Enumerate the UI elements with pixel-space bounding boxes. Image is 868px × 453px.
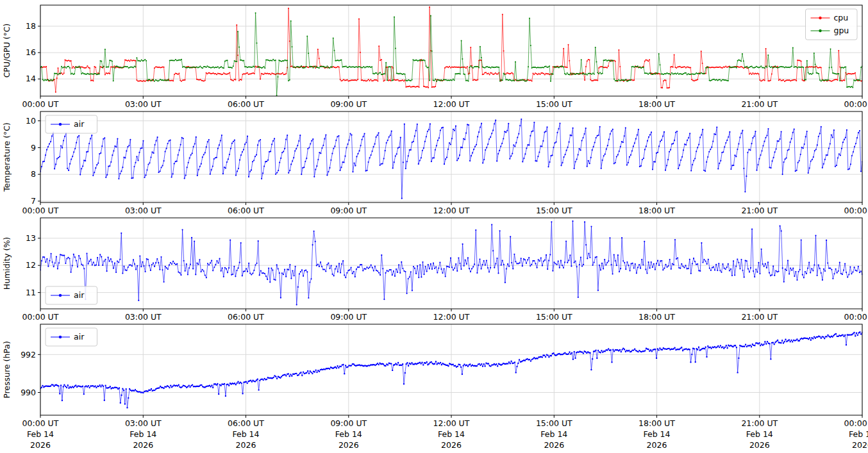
svg-text:12:00 UT: 12:00 UT <box>433 418 470 428</box>
svg-text:2026: 2026 <box>338 440 359 450</box>
svg-text:03:00 UT: 03:00 UT <box>125 206 162 214</box>
svg-text:09:00 UT: 09:00 UT <box>330 418 367 428</box>
svg-text:12: 12 <box>26 260 36 270</box>
cpu-gpu-temperature-chart: 14161800:00 UT03:00 UT06:00 UT09:00 UT12… <box>0 1 868 108</box>
pressure-chart: 99099200:00 UTFeb 14202603:00 UTFeb 1420… <box>0 320 868 452</box>
svg-text:Temperature (°C): Temperature (°C) <box>2 122 12 192</box>
svg-text:10: 10 <box>26 116 36 126</box>
svg-text:00:00 UT: 00:00 UT <box>844 99 868 108</box>
svg-text:Feb 14: Feb 14 <box>438 429 465 439</box>
svg-text:18:00 UT: 18:00 UT <box>638 99 675 108</box>
svg-text:06:00 UT: 06:00 UT <box>228 206 264 214</box>
svg-text:8: 8 <box>31 169 36 179</box>
svg-text:00:00 UT: 00:00 UT <box>22 418 59 428</box>
svg-text:air: air <box>74 119 85 129</box>
svg-text:06:00 UT: 06:00 UT <box>228 99 264 108</box>
svg-text:11: 11 <box>26 288 36 297</box>
svg-text:00:00 UT: 00:00 UT <box>22 312 59 320</box>
svg-text:18: 18 <box>26 21 36 31</box>
svg-text:15:00 UT: 15:00 UT <box>536 206 572 214</box>
svg-text:air: air <box>74 290 85 300</box>
svg-text:14: 14 <box>26 74 36 83</box>
svg-text:2026: 2026 <box>749 440 770 450</box>
svg-text:Feb 14: Feb 14 <box>232 429 259 439</box>
svg-text:Humidity (%): Humidity (%) <box>2 237 12 290</box>
svg-text:03:00 UT: 03:00 UT <box>125 99 162 108</box>
svg-text:2026: 2026 <box>236 440 256 450</box>
svg-text:00:00 UT: 00:00 UT <box>22 99 59 108</box>
svg-text:12:00 UT: 12:00 UT <box>433 206 470 214</box>
svg-text:00:00 UT: 00:00 UT <box>844 312 868 320</box>
svg-text:06:00 UT: 06:00 UT <box>228 418 264 428</box>
svg-text:Feb 14: Feb 14 <box>129 429 156 439</box>
svg-text:15:00 UT: 15:00 UT <box>536 99 572 108</box>
svg-text:03:00 UT: 03:00 UT <box>125 312 162 320</box>
svg-text:21:00 UT: 21:00 UT <box>741 206 778 214</box>
svg-text:Feb 14: Feb 14 <box>746 429 773 439</box>
svg-text:2026: 2026 <box>852 440 868 450</box>
svg-text:Feb 14: Feb 14 <box>27 429 54 439</box>
svg-text:12:00 UT: 12:00 UT <box>433 99 470 108</box>
svg-text:gpu: gpu <box>834 26 849 35</box>
weather-station-figure: 14161800:00 UT03:00 UT06:00 UT09:00 UT12… <box>0 0 868 453</box>
svg-text:2026: 2026 <box>30 440 51 450</box>
svg-text:cpu: cpu <box>834 13 849 22</box>
svg-text:12:00 UT: 12:00 UT <box>433 312 470 320</box>
svg-text:18:00 UT: 18:00 UT <box>638 418 675 428</box>
svg-text:21:00 UT: 21:00 UT <box>741 418 778 428</box>
svg-text:9: 9 <box>31 143 36 152</box>
svg-text:7: 7 <box>31 196 36 206</box>
svg-text:Feb 14: Feb 14 <box>643 429 670 439</box>
svg-text:09:00 UT: 09:00 UT <box>330 206 367 214</box>
svg-text:21:00 UT: 21:00 UT <box>741 312 778 320</box>
svg-text:18:00 UT: 18:00 UT <box>638 312 675 320</box>
svg-text:CPU/GPU (°C): CPU/GPU (°C) <box>2 24 12 78</box>
svg-text:15:00 UT: 15:00 UT <box>536 418 572 428</box>
svg-text:06:00 UT: 06:00 UT <box>228 312 264 320</box>
svg-text:2026: 2026 <box>544 440 564 450</box>
svg-text:Feb 14: Feb 14 <box>335 429 362 439</box>
svg-text:09:00 UT: 09:00 UT <box>330 99 367 108</box>
svg-text:Feb 15: Feb 15 <box>849 429 868 439</box>
svg-text:09:00 UT: 09:00 UT <box>330 312 367 320</box>
svg-text:21:00 UT: 21:00 UT <box>741 99 778 108</box>
svg-text:16: 16 <box>26 47 36 57</box>
svg-text:13: 13 <box>26 233 36 243</box>
svg-text:air: air <box>74 332 85 342</box>
svg-text:18:00 UT: 18:00 UT <box>638 206 675 214</box>
air-temperature-chart: 7891000:00 UT03:00 UT06:00 UT09:00 UT12:… <box>0 108 868 214</box>
svg-text:00:00 UT: 00:00 UT <box>844 418 868 428</box>
svg-text:2026: 2026 <box>647 440 667 450</box>
svg-text:2026: 2026 <box>133 440 153 450</box>
svg-text:03:00 UT: 03:00 UT <box>125 418 162 428</box>
svg-text:00:00 UT: 00:00 UT <box>22 206 59 214</box>
humidity-chart: 11121300:00 UT03:00 UT06:00 UT09:00 UT12… <box>0 214 868 320</box>
svg-text:00:00 UT: 00:00 UT <box>844 206 868 214</box>
svg-text:2026: 2026 <box>441 440 462 450</box>
svg-text:15:00 UT: 15:00 UT <box>536 312 572 320</box>
svg-text:Pressure (hPa): Pressure (hPa) <box>2 341 12 399</box>
svg-text:992: 992 <box>21 350 36 359</box>
svg-text:990: 990 <box>21 388 36 397</box>
svg-text:Feb 14: Feb 14 <box>540 429 567 439</box>
